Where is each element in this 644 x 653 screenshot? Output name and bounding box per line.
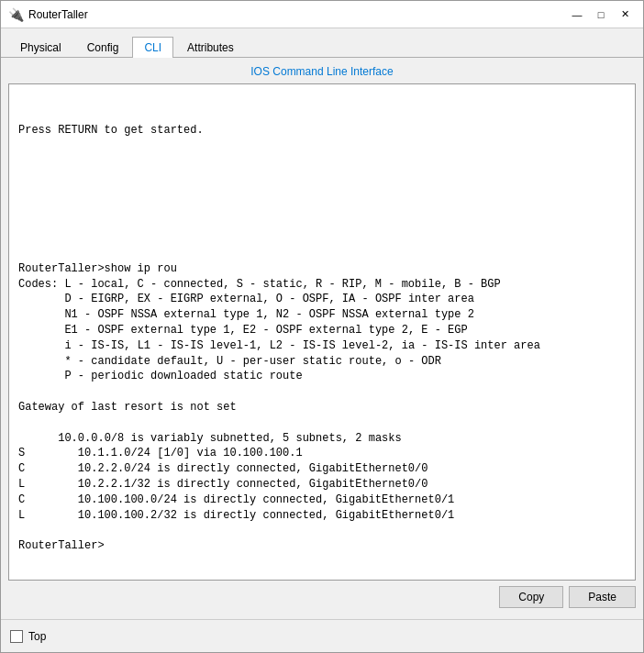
close-button[interactable]: ✕	[614, 6, 636, 24]
tab-attributes[interactable]: Attributes	[175, 37, 246, 58]
maximize-button[interactable]: □	[590, 6, 612, 24]
tab-cli[interactable]: CLI	[132, 37, 173, 58]
content-area: IOS Command Line Interface Press RETURN …	[1, 58, 643, 619]
main-window: 🔌 RouterTaller — □ ✕ Physical Config CLI…	[0, 0, 644, 653]
button-row: Copy Paste	[8, 581, 636, 612]
window-title: RouterTaller	[28, 8, 88, 21]
title-bar-controls: — □ ✕	[566, 6, 636, 24]
tab-bar: Physical Config CLI Attributes	[1, 28, 643, 58]
cli-container: Press RETURN to get started. RouterTalle…	[8, 83, 636, 581]
tab-physical[interactable]: Physical	[8, 37, 73, 58]
bottom-bar: Top	[1, 619, 643, 652]
minimize-button[interactable]: —	[566, 6, 588, 24]
app-icon: 🔌	[8, 7, 23, 22]
top-label: Top	[28, 630, 46, 643]
tab-config[interactable]: Config	[75, 37, 131, 58]
section-title: IOS Command Line Interface	[8, 65, 636, 78]
top-checkbox[interactable]	[10, 630, 23, 643]
copy-button[interactable]: Copy	[499, 586, 563, 608]
title-bar: 🔌 RouterTaller — □ ✕	[1, 1, 643, 28]
paste-button[interactable]: Paste	[569, 586, 636, 608]
title-bar-left: 🔌 RouterTaller	[8, 7, 88, 22]
cli-terminal[interactable]: Press RETURN to get started. RouterTalle…	[9, 84, 635, 580]
